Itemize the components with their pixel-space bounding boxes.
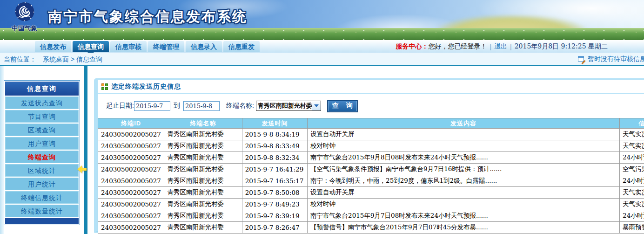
cell-terminal-id: 240305002005027 [98,164,164,175]
breadcrumb-path[interactable]: 系统桌面 > 信息查询 [43,55,102,63]
nav-tab[interactable]: 信息发布 [35,41,71,52]
cell-terminal-id: 240305002005027 [98,187,164,199]
cell-send-content: 南宁市气象台2015年9月8日08时发布未来24小时天气预报...... [308,152,620,164]
table-row[interactable]: 240305002005027 青秀区南阳新光村委 2015-9-8 8:33:… [98,140,644,152]
cell-terminal-id: 240305002005027 [98,199,164,210]
table-row[interactable]: 240305002005027 青秀区南阳新光村委 2015-9-8 8:32:… [98,152,644,164]
sidebar-item[interactable]: 用户统计 [5,178,79,190]
table-row[interactable]: 240305002005027 青秀区南阳新光村委 2015-9-8 8:34:… [98,129,644,140]
cell-send-content: 南宁：今晚到明天，中雨，25到29度，偏东风1到2级。白露踹...... [308,175,620,187]
sidebar-item-label: 终端信息统计 [21,194,63,201]
cell-send-content: 【预警信号】南宁市气象台2015年9月7日07时45分发布暴...... [308,222,620,234]
sidebar-item[interactable]: 终端数量统计 [5,205,79,217]
cell-send-time: 2015-9-7 8:50:08 [242,187,307,199]
service-center-bar: 服务中心： 您好，您已经登录！ | 退出 | 2015年9月8日 9:12:25… [396,40,608,53]
cell-terminal-name: 青秀区南阳新光村委 [164,175,242,187]
table-row[interactable]: 240305002005027 青秀区南阳新光村委 2015-9-7 8:39:… [98,210,644,222]
table-header-cell[interactable]: 发送时间 [242,118,307,129]
table-row[interactable]: 240305002005027 青秀区南阳新光村委 2015-9-7 8:49:… [98,199,644,210]
sidebar-item[interactable]: 区域统计 [5,164,79,177]
table-row[interactable]: 240305002005027 青秀区南阳新光村委 2015-9-7 8:50:… [98,187,644,199]
sidebar-item-label: 用户查询 [28,140,56,147]
to-label: 到 [174,102,180,110]
sidebar-item-label: 终端查询 [28,153,56,161]
datetime-display: 2015年9月8日 9:12:25 星期二 [515,42,608,51]
breadcrumb: 当前位置：系统桌面 > 信息查询 [4,55,102,64]
cell-terminal-id: 240305002005027 [98,210,164,222]
nav-tab[interactable]: 信息录入 [186,41,222,52]
page-title: 南宁市气象综合信息发布系统 [48,7,248,27]
sidebar-footer-bar [5,218,79,224]
sidebar-item[interactable]: 终端信息统计 [5,191,79,204]
panel-titlebar: 选定终端发送历史信息 [98,80,644,94]
cell-terminal-name: 青秀区南阳新光村委 [164,187,242,199]
sidebar-splitter[interactable] [84,66,87,234]
sidebar-item-label: 用户统计 [28,180,56,188]
table-row[interactable]: 240305002005027 青秀区南阳新光村委 2015-9-7 8:26:… [98,222,644,234]
date-from-input[interactable] [134,101,170,111]
cell-terminal-id: 240305002005027 [98,140,164,152]
sidebar-item[interactable]: 发送状态查询 [5,96,79,109]
cell-terminal-name: 青秀区南阳新光村委 [164,164,242,175]
sidebar-menu: 发送状态查询 节目查询 区域查询 用户查询 终端查询 [5,96,79,217]
table-body: 240305002005027 青秀区南阳新光村委 2015-9-8 8:34:… [98,129,644,234]
cell-terminal-name: 青秀区南阳新光村委 [164,140,242,152]
cell-send-time: 2015-9-8 8:34:19 [242,129,307,140]
nav-tab[interactable]: 信息查询 [73,41,109,52]
cell-terminal-id: 240305002005027 [98,222,164,234]
table-header-cell[interactable]: 发送内容 [308,118,620,129]
left-edge-decor [0,66,4,234]
cell-info-type: 空气污染 [620,164,644,175]
nav-tab[interactable]: 信息审核 [110,41,147,52]
service-center-label: 服务中心： [396,42,428,51]
cell-info-type: 24小时预报 [620,175,644,187]
meteorology-logo-icon [14,1,35,22]
chevron-down-icon[interactable] [312,101,321,110]
sidebar-item[interactable]: 区域查询 [5,124,79,136]
cell-terminal-id: 240305002005027 [98,152,164,164]
cell-terminal-name: 青秀区南阳新光村委 [164,222,242,234]
collapse-sidebar-arrow-icon[interactable] [77,165,88,173]
agency-logo: 中国气象 [11,1,38,33]
panel-title: 选定终端发送历史信息 [111,83,181,91]
terminal-name-label: 终端名称: [226,102,254,110]
cell-send-time: 2015-9-7 16:35:17 [242,175,307,187]
table-header-cell[interactable]: 终端名称 [164,118,242,129]
banner: 中国气象 南宁市气象综合信息发布系统 [0,0,644,40]
nav-bar: 信息发布 信息查询 信息审核 终端管理 信息录入 [0,40,644,53]
cell-info-type: 天气实况 [620,140,644,152]
sidebar-item[interactable]: 用户查询 [5,137,79,150]
cell-send-content: 【空气污染气象条件预报】南宁市气象台9月7日16时提供：预计...... [308,164,620,175]
nav-tab-label: 信息录入 [191,43,217,50]
cell-send-content: 校对时钟 [308,199,620,210]
sidebar-item[interactable]: 终端查询 [5,151,79,163]
app-window: 中国气象 南宁市气象综合信息发布系统 信息发布 信息查询 信息审核 终端管理 [0,0,644,234]
cell-send-time: 2015-9-7 8:49:23 [242,199,307,210]
table-header-cell[interactable]: 终端ID [98,118,164,129]
table-row[interactable]: 240305002005027 青秀区南阳新光村委 2015-9-7 16:35… [98,175,644,187]
note-pencil-icon [578,56,585,63]
cell-send-content: 南宁市气象台2015年9月7日08时发布未来24小时天气预报...... [308,210,620,222]
history-table: 终端ID 终端名称 发送时间 发送内容 信息位 [98,118,644,234]
nav-tab[interactable]: 信息重发 [223,41,260,52]
cell-terminal-name: 青秀区南阳新光村委 [164,152,242,164]
sidebar-header: 信息查询 [5,82,79,96]
banner-grass-decor [0,28,644,40]
audit-notice[interactable]: 暂时没有待审核信息 [578,55,644,63]
cell-info-type: 天气实况 [620,129,644,140]
cell-info-type: 天气实况 [620,199,644,210]
cell-send-content: 设置自动开关屏 [308,187,620,199]
cell-send-time: 2015-9-7 8:39:19 [242,210,307,222]
date-to-input[interactable] [183,101,220,111]
table-row[interactable]: 240305002005027 青秀区南阳新光村委 2015-9-7 16:41… [98,164,644,175]
sidebar-item-label: 发送状态查询 [21,99,63,107]
terminal-select[interactable]: 青秀区南阳新光村委 [256,101,321,111]
logout-link[interactable]: 退出 [494,42,507,51]
main-area: 信息查询 发送状态查询 节目查询 区域查询 用户查 [0,66,644,234]
sidebar-item-label: 终端数量统计 [21,207,63,215]
query-button[interactable]: 查 询 [328,100,357,112]
nav-tab[interactable]: 终端管理 [148,41,184,52]
sidebar-item[interactable]: 节目查询 [5,110,79,123]
cell-terminal-name: 青秀区南阳新光村委 [164,199,242,210]
table-header-cell[interactable]: 信息位 [620,118,644,129]
